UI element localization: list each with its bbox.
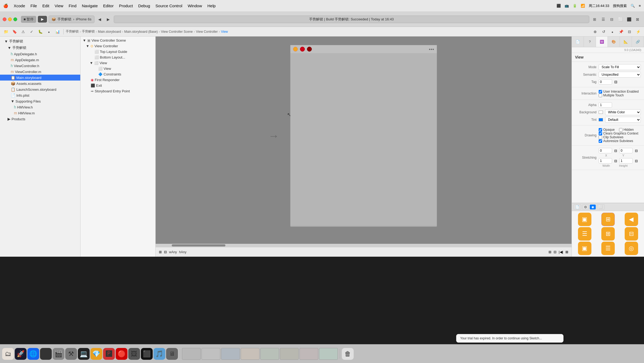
siri-icon[interactable]: ≡ bbox=[639, 4, 641, 8]
editor-standard[interactable]: ⬜ bbox=[617, 16, 624, 23]
lib-item-6[interactable]: ⊟ bbox=[620, 227, 642, 241]
menu-editor[interactable]: Editor bbox=[103, 3, 114, 8]
debug-toggle[interactable]: ☰ bbox=[599, 16, 607, 23]
dock-safari[interactable]: 🌐 bbox=[27, 348, 39, 360]
tree-item-viewcontroller-m[interactable]: m ViewController.m bbox=[0, 69, 80, 75]
back-button[interactable]: ◀ bbox=[96, 16, 104, 23]
folder-icon-btn[interactable]: 📁 bbox=[2, 28, 10, 35]
dock-dark-app[interactable]: ⬛ bbox=[141, 348, 153, 360]
tag-input[interactable] bbox=[599, 79, 612, 85]
tab-file-inspector[interactable]: 📄 bbox=[572, 37, 584, 47]
align-btn[interactable]: ⊟ bbox=[626, 28, 633, 35]
canvas-assist-btn[interactable]: |◀| bbox=[559, 250, 563, 254]
lib-tab-snippets[interactable]: ⬜ bbox=[597, 204, 605, 210]
tree-item-root[interactable]: ▼ 手势解锁 bbox=[0, 38, 80, 45]
menu-product[interactable]: Product bbox=[119, 3, 133, 8]
autoresize-checkbox[interactable] bbox=[599, 139, 602, 143]
tint-select[interactable]: Default bbox=[605, 117, 641, 123]
debug-icon-btn[interactable]: 🐛 bbox=[36, 28, 44, 35]
breadcrumb-item-7[interactable]: View bbox=[221, 30, 228, 34]
menu-view[interactable]: View bbox=[55, 3, 63, 8]
breadcrumb-item-4[interactable]: Main.storyboard (Base) bbox=[124, 30, 158, 34]
scene-item-vc-scene[interactable]: ▼ ▣ View Controller Scene bbox=[80, 38, 155, 43]
dock-media[interactable]: 🎵 bbox=[153, 348, 165, 360]
dock-finder[interactable]: 🗂 bbox=[2, 348, 14, 360]
dock-window-7[interactable] bbox=[299, 348, 318, 360]
menu-navigate[interactable]: Navigate bbox=[82, 3, 98, 8]
lib-item-2[interactable]: ⊞ bbox=[597, 213, 619, 226]
background-select[interactable]: White Color bbox=[605, 109, 641, 115]
tree-item-appdelegate-h[interactable]: h AppDelegate.h bbox=[0, 51, 80, 57]
canvas-grid-btn[interactable]: ⊞ bbox=[159, 250, 162, 254]
lib-tab-media[interactable]: ◉ bbox=[590, 205, 596, 209]
maximize-button[interactable] bbox=[13, 17, 17, 21]
scene-item-first-responder[interactable]: ◉ First Responder bbox=[80, 77, 155, 83]
dock-window-4[interactable] bbox=[241, 348, 259, 360]
scrollbar-thumb[interactable] bbox=[172, 244, 225, 246]
dock-sketch[interactable]: 💎 bbox=[90, 348, 102, 360]
dock-window-1[interactable] bbox=[182, 348, 201, 360]
tree-item-main-storyboard[interactable]: 📋 Main.storyboard bbox=[0, 75, 80, 81]
breadcrumb-item-1[interactable]: 手势解锁 bbox=[66, 29, 79, 34]
dock-screen[interactable]: 🖥 bbox=[166, 348, 178, 360]
dock-ppt[interactable]: 🅿 bbox=[103, 348, 115, 360]
dock-iphoto[interactable]: 🎬 bbox=[53, 348, 64, 360]
bookmark-icon-btn[interactable]: 🔖 bbox=[11, 28, 18, 35]
mode-select[interactable]: Scale To Fill bbox=[599, 64, 641, 70]
hidden-checkbox[interactable] bbox=[619, 128, 623, 132]
dock-trash[interactable]: 🗑 bbox=[342, 348, 354, 360]
clears-graphics-checkbox[interactable] bbox=[599, 132, 602, 135]
stretch-h-input[interactable] bbox=[619, 158, 633, 164]
stretch-y-input[interactable] bbox=[619, 148, 633, 153]
semantic-select[interactable]: Unspecified bbox=[599, 72, 641, 78]
lib-item-7[interactable]: ▣ bbox=[573, 242, 596, 255]
close-button[interactable] bbox=[3, 17, 6, 21]
utilities-toggle[interactable]: ⊟ bbox=[608, 16, 616, 23]
update-frames-btn[interactable]: ↺ bbox=[600, 28, 608, 35]
tree-item-hmview-m[interactable]: m HMView.m bbox=[0, 110, 80, 116]
tree-item-hmview-h[interactable]: h HMView.h bbox=[0, 104, 80, 110]
lib-item-4[interactable]: ☰ bbox=[573, 227, 596, 241]
dock-window-6[interactable] bbox=[280, 348, 299, 360]
stretch-x-input[interactable] bbox=[599, 148, 612, 153]
breadcrumb-item-3[interactable]: Main.storyboard bbox=[98, 30, 121, 34]
dock-photo-editor[interactable]: 🖼 bbox=[128, 348, 140, 360]
menu-help[interactable]: Help bbox=[207, 3, 216, 8]
dock-launchpad[interactable]: 🚀 bbox=[15, 348, 27, 360]
stretch-w-input[interactable] bbox=[599, 158, 612, 164]
dock-iterm[interactable]: 💻 bbox=[78, 348, 90, 360]
tree-item-group[interactable]: ▼ 手势解锁 bbox=[0, 45, 80, 51]
tag-stepper[interactable]: ⊟ bbox=[614, 80, 617, 84]
dock-window-2[interactable] bbox=[202, 348, 220, 360]
dock-window-8[interactable] bbox=[319, 348, 338, 360]
test-icon-btn[interactable]: ✓ bbox=[28, 28, 35, 35]
menu-find[interactable]: Find bbox=[69, 3, 76, 8]
breadcrumb-item-2[interactable]: 手势解锁 bbox=[82, 29, 95, 34]
canvas-area[interactable]: → ●●● ↖ bbox=[156, 37, 572, 244]
canvas-orient-btn[interactable]: ⊟ bbox=[554, 250, 557, 254]
spotlight-icon[interactable]: 🔍 bbox=[631, 4, 635, 8]
run-button[interactable]: ▶ bbox=[38, 16, 47, 23]
breakpoint-icon-btn[interactable]: ⬥ bbox=[45, 28, 53, 35]
editor-assistant[interactable]: ⬛ bbox=[625, 16, 633, 23]
editor-version[interactable]: ⊠ bbox=[634, 16, 641, 23]
tab-connections-inspector[interactable]: 🔗 bbox=[632, 37, 644, 47]
lib-item-1[interactable]: ▣ bbox=[573, 213, 596, 226]
scene-item-exit[interactable]: ⬛ Exit bbox=[80, 83, 155, 88]
forward-button[interactable]: ▶ bbox=[105, 16, 112, 23]
clip-subviews-checkbox[interactable] bbox=[599, 136, 602, 139]
menu-source-control[interactable]: Source Control bbox=[155, 3, 182, 8]
horizontal-scrollbar[interactable] bbox=[156, 244, 572, 247]
tree-item-products[interactable]: ▶ Products bbox=[0, 116, 80, 122]
stretch-h-stepper[interactable]: ⊟ bbox=[635, 159, 638, 163]
tab-size-inspector[interactable]: 📐 bbox=[620, 37, 632, 47]
tree-item-viewcontroller-h[interactable]: h ViewController.h bbox=[0, 63, 80, 69]
lib-item-5[interactable]: ⊞ bbox=[597, 227, 619, 241]
tree-item-info-plist[interactable]: 📄 Info.plist bbox=[0, 92, 80, 98]
scheme-selector[interactable]: 📦 手势解锁 › iPhone 6s bbox=[49, 16, 94, 23]
canvas-zoom-out-btn[interactable]: ⊟ bbox=[164, 250, 167, 254]
stretch-x-stepper[interactable]: ⊟ bbox=[614, 149, 617, 153]
scene-item-vc[interactable]: ▼ ⊙ View Controller bbox=[80, 43, 155, 49]
resolve-btn[interactable]: ⬥ bbox=[609, 28, 616, 35]
report-icon-btn[interactable]: 📊 bbox=[54, 28, 61, 35]
